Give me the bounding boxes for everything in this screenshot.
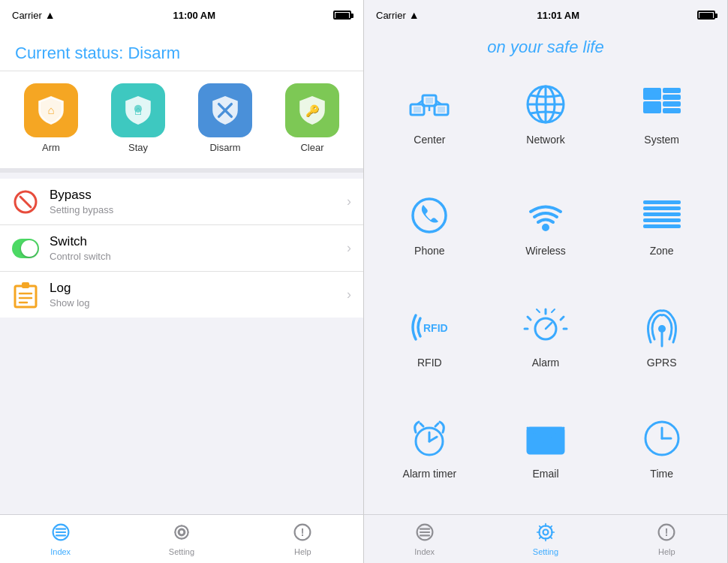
switch-knob — [21, 240, 38, 257]
log-chevron: › — [347, 287, 351, 303]
current-status: Current status: Disarm — [0, 30, 363, 71]
svg-point-18 — [175, 525, 188, 538]
grid-item-wireless[interactable]: Wireless — [488, 180, 604, 291]
switch-chevron: › — [347, 240, 351, 256]
right-tab-setting[interactable]: Setting — [485, 522, 606, 556]
clear-label: Clear — [300, 142, 323, 153]
stay-shield-icon: ⌂ — [122, 95, 154, 126]
right-tab-help[interactable]: ! Help — [606, 522, 727, 556]
svg-rect-46 — [643, 218, 681, 222]
time-label: Time — [650, 468, 673, 480]
section-separator-1 — [0, 173, 363, 179]
stay-button[interactable]: ⌂ Stay — [111, 83, 165, 153]
svg-rect-9 — [22, 282, 29, 288]
svg-rect-25 — [426, 98, 433, 104]
svg-rect-44 — [643, 206, 681, 210]
disarm-label: Disarm — [209, 142, 240, 153]
arm-button[interactable]: ⌂ Arm — [24, 83, 78, 153]
grid-item-email[interactable]: Email — [488, 403, 604, 514]
svg-line-7 — [20, 197, 31, 207]
grid-menu: Center Network — [364, 69, 727, 514]
grid-item-system[interactable]: System — [603, 69, 720, 180]
right-content: on your safe life — [364, 30, 727, 514]
email-label: Email — [532, 468, 558, 480]
clear-button[interactable]: 🔑 Clear — [285, 83, 339, 153]
phone-label: Phone — [414, 245, 444, 257]
arm-label: Arm — [42, 142, 60, 153]
svg-rect-36 — [663, 88, 681, 93]
left-tab-bar: Index Setting ! — [0, 514, 363, 563]
network-icon — [519, 78, 572, 131]
zone-icon — [636, 189, 688, 242]
help-tab-icon: ! — [293, 522, 312, 545]
clear-shield-icon: 🔑 — [296, 95, 328, 126]
svg-point-19 — [179, 529, 185, 534]
switch-list-item[interactable]: Switch Control switch › — [0, 225, 363, 272]
bypass-subtitle: Setting bypass — [50, 204, 347, 215]
left-tab-setting[interactable]: Setting — [121, 522, 242, 556]
email-icon — [519, 412, 572, 465]
svg-point-74 — [543, 529, 549, 534]
grid-item-alarm[interactable]: Alarm — [488, 292, 604, 403]
grid-item-center[interactable]: Center — [372, 69, 488, 180]
grid-item-network[interactable]: Network — [488, 69, 604, 180]
system-icon — [636, 78, 688, 131]
alarm-label: Alarm — [532, 357, 560, 369]
index-tab-icon — [51, 522, 71, 545]
svg-rect-39 — [663, 101, 681, 107]
rfid-label: RFID — [417, 357, 442, 369]
svg-rect-23 — [414, 107, 421, 113]
left-carrier: Carrier — [12, 10, 42, 21]
arm-icon-bg: ⌂ — [24, 83, 78, 137]
grid-item-alarm-timer[interactable]: Alarm timer — [372, 403, 488, 514]
svg-point-2 — [134, 105, 142, 113]
left-wifi-icon: ▲ — [45, 9, 56, 21]
svg-text:!: ! — [301, 526, 305, 538]
stay-icon-bg: ⌂ — [111, 83, 165, 137]
left-phone: Carrier ▲ 11:00 AM Current status: Disar… — [0, 0, 364, 563]
center-icon — [403, 78, 456, 131]
wireless-icon — [519, 189, 572, 242]
svg-line-56 — [537, 309, 540, 312]
right-status-bar: Carrier ▲ 11:01 AM — [364, 0, 727, 30]
log-list-item[interactable]: Log Show log › — [0, 272, 363, 318]
svg-line-79 — [540, 525, 541, 527]
right-tab-help-label: Help — [658, 547, 675, 556]
right-time: 11:01 AM — [537, 10, 579, 21]
svg-point-41 — [413, 199, 446, 232]
left-tab-help[interactable]: ! Help — [242, 522, 363, 556]
zone-label: Zone — [650, 245, 674, 257]
svg-rect-45 — [643, 212, 681, 216]
svg-rect-38 — [643, 101, 661, 113]
right-tab-index[interactable]: Index — [364, 522, 485, 556]
phone-icon — [403, 189, 456, 242]
bypass-chevron: › — [347, 194, 351, 209]
grid-item-zone[interactable]: Zone — [603, 180, 720, 291]
list-section: Bypass Setting bypass › Switch Control s… — [0, 179, 363, 318]
log-notepad-icon — [14, 282, 38, 309]
bypass-icon — [12, 188, 39, 215]
left-tab-index[interactable]: Index — [0, 522, 121, 556]
center-label: Center — [414, 134, 445, 146]
disarm-button[interactable]: Disarm — [198, 83, 252, 153]
arm-shield-icon: ⌂ — [35, 95, 67, 126]
grid-item-rfid[interactable]: RFID RFID — [372, 292, 488, 403]
disarm-icon-bg — [198, 83, 252, 137]
wireless-label: Wireless — [525, 245, 566, 257]
time-icon — [636, 412, 688, 465]
left-time: 11:00 AM — [173, 10, 215, 21]
alarm-icon — [519, 301, 572, 354]
grid-item-phone[interactable]: Phone — [372, 180, 488, 291]
right-help-tab-icon: ! — [657, 522, 676, 545]
bypass-list-item[interactable]: Bypass Setting bypass › — [0, 179, 363, 225]
grid-item-time[interactable]: Time — [603, 403, 720, 514]
disarm-shield-icon — [209, 95, 241, 126]
left-tab-help-label: Help — [294, 547, 311, 556]
svg-line-82 — [540, 536, 541, 537]
setting-tab-icon — [172, 522, 191, 545]
bypass-circle-icon — [13, 189, 38, 215]
svg-line-55 — [546, 323, 552, 329]
grid-item-gprs[interactable]: GPRS — [603, 292, 720, 403]
gprs-label: GPRS — [647, 357, 677, 369]
right-tab-bar: Index Setting — [364, 514, 727, 563]
